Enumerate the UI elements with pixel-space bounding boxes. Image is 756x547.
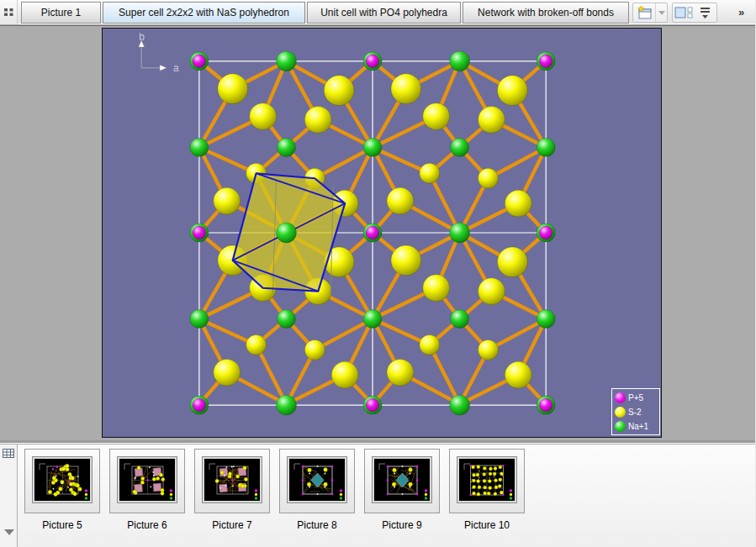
legend-label-s: S-2 xyxy=(628,408,642,417)
new-picture-dropdown-button[interactable] xyxy=(655,3,667,22)
scroll-down-icon[interactable] xyxy=(4,529,14,535)
table-icon[interactable] xyxy=(3,449,14,459)
thumbnail-label: Picture 9 xyxy=(382,519,421,531)
tab-strip: Picture 1 Super cell 2x2x2 with NaS poly… xyxy=(21,2,631,24)
thumbnail-list: Picture 5 Picture 6 Picture 7 Picture 8 … xyxy=(24,449,525,531)
tab-super-cell-2x2x2[interactable]: Super cell 2x2x2 with NaS polyhedron xyxy=(103,2,305,24)
thumbnail-picture-5[interactable]: Picture 5 xyxy=(24,449,100,531)
layout-icon xyxy=(674,5,693,20)
view-options-group xyxy=(672,3,717,23)
new-picture-icon xyxy=(636,5,653,20)
thumbnail-image-6 xyxy=(117,456,177,503)
na-atom-swatch xyxy=(615,421,626,432)
p-atom-swatch xyxy=(615,392,626,403)
new-picture-group xyxy=(632,3,668,23)
thumbnail-picture-6[interactable]: Picture 6 xyxy=(109,449,185,531)
thumbnail-label: Picture 10 xyxy=(464,519,510,531)
thumbnail-image-10 xyxy=(457,456,517,503)
s-atom-swatch xyxy=(615,407,626,418)
new-picture-button[interactable] xyxy=(633,3,655,22)
legend-row-na: Na+1 xyxy=(615,419,659,434)
svg-text:b: b xyxy=(139,31,145,43)
thumbnail-label: Picture 7 xyxy=(212,519,251,531)
tab-picture-1[interactable]: Picture 1 xyxy=(21,2,101,24)
thumbnail-label: Picture 8 xyxy=(297,519,336,531)
list-menu-button[interactable] xyxy=(695,3,716,22)
pane-splitter[interactable] xyxy=(0,440,756,444)
application-window: { "tab_bar": { "tabs": [ { "label": "Pic… xyxy=(0,0,756,547)
dropdown-arrow-icon xyxy=(658,11,665,15)
filmstrip-rail xyxy=(0,444,18,547)
thumbnail-label: Picture 6 xyxy=(127,519,167,531)
legend-label-p: P+5 xyxy=(628,393,643,402)
overflow-chevron[interactable]: » xyxy=(738,6,744,18)
thumbnail-filmstrip: Picture 5 Picture 6 Picture 7 Picture 8 … xyxy=(0,444,756,547)
picture-area: ba P+5 S-2 Na+1 xyxy=(0,26,756,440)
thumbnail-picture-8[interactable]: Picture 8 xyxy=(279,449,355,531)
thumbnail-picture-9[interactable]: Picture 9 xyxy=(364,449,440,531)
picture-tab-bar: Picture 1 Super cell 2x2x2 with NaS poly… xyxy=(0,0,756,24)
crystal-structure-viewport[interactable]: ba P+5 S-2 Na+1 xyxy=(102,28,662,438)
thumbnail-picture-10[interactable]: Picture 10 xyxy=(449,449,525,531)
grid-icon xyxy=(4,8,13,16)
legend-row-s: S-2 xyxy=(615,405,659,419)
thumbnail-image-8 xyxy=(287,456,347,503)
tab-network-broken-bonds[interactable]: Network with broken-off bonds xyxy=(463,2,629,24)
pane-grid-button[interactable] xyxy=(0,0,18,24)
tab-unit-cell-po4[interactable]: Unit cell with PO4 polyhedra xyxy=(307,2,461,24)
legend-row-p: P+5 xyxy=(615,391,659,405)
thumbnail-image-9 xyxy=(372,456,432,503)
svg-text:a: a xyxy=(173,62,179,74)
thumbnail-picture-7[interactable]: Picture 7 xyxy=(194,449,270,531)
atom-legend: P+5 S-2 Na+1 xyxy=(611,388,660,435)
thumbnail-image-5 xyxy=(32,456,93,503)
tab-toolbar xyxy=(632,3,717,23)
crystal-scene: ba xyxy=(103,29,661,437)
thumbnail-label: Picture 5 xyxy=(42,519,82,531)
list-menu-icon xyxy=(700,6,711,19)
legend-label-na: Na+1 xyxy=(628,422,648,431)
layout-view-button[interactable] xyxy=(673,3,695,22)
thumbnail-image-7 xyxy=(202,456,262,503)
